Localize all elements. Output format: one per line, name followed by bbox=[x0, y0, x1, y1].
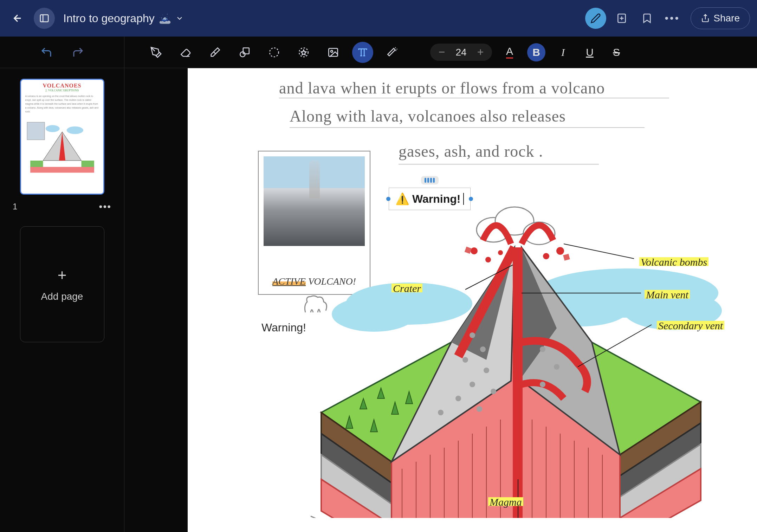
svg-point-56 bbox=[491, 389, 496, 394]
document-title[interactable]: Intro to geography 🗻 bbox=[63, 12, 184, 25]
main-area: VOLCANOES 2. VOLCANIC ERUPTIONS A volcan… bbox=[0, 37, 757, 532]
svg-point-32 bbox=[556, 247, 564, 255]
bookmark-button[interactable] bbox=[637, 8, 657, 28]
textbox-drag-handle[interactable] bbox=[421, 176, 439, 184]
svg-point-62 bbox=[540, 382, 545, 387]
textbox-resize-left[interactable] bbox=[386, 197, 390, 201]
svg-marker-17 bbox=[301, 50, 306, 54]
plus-icon: + bbox=[58, 266, 67, 284]
svg-point-21 bbox=[332, 297, 416, 332]
label-magma: Magma bbox=[488, 496, 523, 508]
svg-point-53 bbox=[462, 357, 468, 363]
svg-rect-18 bbox=[329, 48, 338, 56]
sidebar-toggle-button[interactable] bbox=[34, 8, 55, 29]
svg-point-59 bbox=[438, 410, 444, 415]
shapes-tool[interactable] bbox=[234, 42, 255, 63]
svg-point-15 bbox=[270, 48, 279, 57]
highlighter-tool[interactable] bbox=[205, 42, 226, 63]
label-main-vent: Main vent bbox=[645, 289, 690, 301]
strikethrough-button[interactable]: S bbox=[607, 43, 626, 61]
handwriting-line-3: gases, ash, and rock . bbox=[399, 142, 543, 161]
page-number: 1 bbox=[13, 202, 17, 212]
canvas-wrap: and lava when it erupts or flows from a … bbox=[124, 68, 757, 532]
add-page-label: Add page bbox=[41, 291, 83, 302]
history-bar bbox=[0, 37, 124, 68]
toolbar: − 24 + A B I U S bbox=[124, 37, 757, 68]
font-size-increase[interactable]: + bbox=[474, 46, 486, 59]
content-area: − 24 + A B I U S and lava when it e bbox=[124, 37, 757, 532]
volcano-diagram bbox=[240, 202, 757, 518]
share-icon bbox=[701, 14, 710, 23]
label-crater: Crater bbox=[392, 283, 422, 294]
svg-point-54 bbox=[484, 368, 489, 373]
svg-point-11 bbox=[45, 125, 59, 132]
svg-point-30 bbox=[498, 250, 503, 255]
handwriting-line-2: Along with lava, volcanoes also releases bbox=[290, 107, 566, 125]
thumb-title: VOLCANOES bbox=[24, 83, 101, 89]
pen-tool[interactable] bbox=[145, 42, 167, 63]
svg-point-12 bbox=[66, 126, 83, 134]
svg-point-31 bbox=[543, 253, 549, 259]
edit-mode-button[interactable] bbox=[585, 8, 606, 29]
svg-point-52 bbox=[480, 346, 486, 352]
textbox-resize-right[interactable] bbox=[469, 197, 473, 201]
top-bar: Intro to geography 🗻 ••• Share bbox=[0, 0, 757, 37]
share-label: Share bbox=[713, 13, 740, 24]
svg-point-14 bbox=[240, 52, 245, 57]
thumbnail-area: VOLCANOES 2. VOLCANIC ERUPTIONS A volcan… bbox=[0, 68, 124, 353]
handwriting-line-1: and lava when it erupts or flows from a … bbox=[279, 79, 605, 97]
sticker-tool[interactable] bbox=[293, 42, 314, 63]
thumb-subtitle: 2. VOLCANIC ERUPTIONS bbox=[24, 89, 101, 92]
svg-rect-33 bbox=[465, 247, 472, 254]
page-thumbnail-1[interactable]: VOLCANOES 2. VOLCANIC ERUPTIONS A volcan… bbox=[20, 79, 104, 195]
svg-point-61 bbox=[554, 364, 559, 370]
bold-button[interactable]: B bbox=[527, 43, 545, 61]
label-volcanic-bombs: Volcanic bombs bbox=[639, 256, 709, 268]
svg-point-58 bbox=[477, 406, 482, 412]
thumb-text-preview: A volcano is an opening on the crust tha… bbox=[24, 94, 101, 113]
magic-tool[interactable] bbox=[382, 42, 403, 63]
svg-point-60 bbox=[540, 346, 545, 352]
redo-button[interactable] bbox=[71, 45, 85, 59]
more-button[interactable]: ••• bbox=[662, 8, 682, 28]
canvas[interactable]: and lava when it erupts or flows from a … bbox=[188, 68, 757, 532]
svg-rect-10 bbox=[30, 167, 94, 173]
svg-rect-0 bbox=[40, 15, 48, 22]
text-tool[interactable] bbox=[352, 42, 373, 63]
thumb-diagram bbox=[24, 116, 101, 176]
underline-button[interactable]: U bbox=[581, 43, 599, 61]
svg-rect-34 bbox=[563, 254, 570, 261]
font-size-decrease[interactable]: − bbox=[436, 46, 448, 59]
svg-rect-13 bbox=[243, 48, 249, 54]
add-button[interactable] bbox=[612, 8, 632, 28]
svg-rect-5 bbox=[27, 122, 45, 140]
eraser-tool[interactable] bbox=[175, 42, 196, 63]
svg-line-83 bbox=[564, 244, 634, 259]
add-page-button[interactable]: + Add page bbox=[20, 226, 104, 342]
share-button[interactable]: Share bbox=[691, 7, 750, 29]
page-number-row: 1 ••• bbox=[11, 201, 114, 212]
lasso-tool[interactable] bbox=[264, 42, 285, 63]
svg-point-55 bbox=[470, 382, 475, 387]
font-size-control: − 24 + bbox=[430, 44, 492, 61]
undo-button[interactable] bbox=[39, 45, 53, 59]
svg-point-29 bbox=[485, 257, 491, 262]
page-options-button[interactable]: ••• bbox=[99, 201, 111, 212]
svg-point-28 bbox=[471, 247, 478, 254]
font-size-value: 24 bbox=[453, 47, 469, 58]
svg-point-57 bbox=[455, 396, 461, 401]
label-secondary-vent: Secondary vent bbox=[657, 320, 724, 332]
svg-point-51 bbox=[470, 332, 475, 338]
italic-button[interactable]: I bbox=[554, 43, 572, 61]
image-tool[interactable] bbox=[323, 42, 344, 63]
text-color-button[interactable]: A bbox=[500, 43, 519, 61]
page-sidebar: VOLCANOES 2. VOLCANIC ERUPTIONS A volcan… bbox=[0, 37, 124, 532]
title-emoji: 🗻 bbox=[159, 13, 171, 24]
title-text: Intro to geography bbox=[63, 12, 155, 25]
svg-point-19 bbox=[331, 50, 333, 52]
back-button[interactable] bbox=[7, 8, 28, 29]
chevron-down-icon bbox=[175, 14, 184, 22]
